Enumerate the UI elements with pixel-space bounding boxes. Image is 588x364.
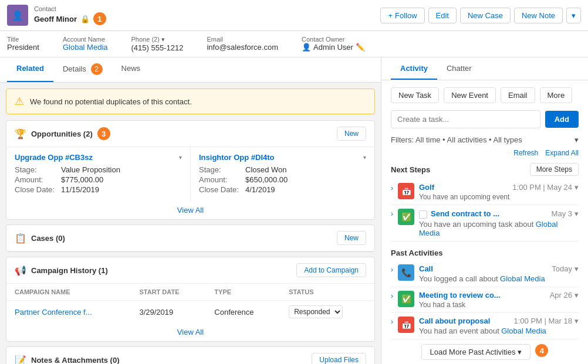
follow-button[interactable]: + Follow [380,8,424,23]
new-note-button[interactable]: New Note [514,8,563,23]
plus-icon: + [388,11,393,20]
email-button[interactable]: Email [501,87,535,103]
call-date: Today ▾ [552,264,579,273]
record-type: Contact [34,5,106,12]
past-activities-label: Past Activities [391,249,579,257]
tab-activity[interactable]: Activity [391,57,437,80]
expand-all-link[interactable]: Expand All [545,149,579,157]
new-task-button[interactable]: New Task [391,87,439,103]
add-to-campaign-button[interactable]: Add to Campaign [296,263,366,277]
contract-sub: You have an upcoming task about Global M… [419,220,579,237]
user-icon: 👤 [302,43,311,52]
campaign-table: CAMPAIGN NAME START DATE TYPE STATUS Par… [6,284,374,323]
duplicate-warning: ⚠ We found no potential duplicates of th… [6,89,375,114]
campaign-history-header: 📢 Campaign History (1) Add to Campaign [6,257,374,284]
contact-name: Geoff Minor 🔒 1 [34,12,106,25]
contract-chevron[interactable]: ▾ [575,209,579,218]
filter-chevron[interactable]: ▾ [575,135,579,144]
expand-golf[interactable]: › [391,183,393,192]
proposal-sub-link[interactable]: Global Media [501,326,546,335]
step3-badge: 3 [97,127,110,140]
opportunities-section: 🏆 Opportunities (2) 3 New Upgrade Opp #C… [6,120,375,220]
load-more-button[interactable]: Load More Past Activities ▾ [421,344,531,360]
account-field: Account Name Global Media [63,36,108,52]
load-more-row: Load More Past Activities ▾ 4 [391,339,579,364]
email-field: Email info@salesforce.com [207,36,278,52]
campaign-history-section: 📢 Campaign History (1) Add to Campaign C… [6,257,375,342]
lock-icon: 🔒 [80,15,90,23]
add-task-button[interactable]: Add [545,111,579,128]
col-campaign-name: CAMPAIGN NAME [6,284,131,301]
opp1-link[interactable]: Upgrade Opp #CB3sz [15,153,93,162]
campaign-view-all-link[interactable]: View All [177,328,204,336]
new-event-button[interactable]: New Event [444,87,496,103]
expand-call[interactable]: › [391,264,393,274]
expand-meeting[interactable]: › [391,291,393,300]
opp-view-all-link[interactable]: View All [177,206,204,215]
filters-row: Filters: All time • All activities • All… [391,135,579,144]
contact-avatar: 👤 [7,5,28,26]
proposal-chevron[interactable]: ▾ [575,317,579,325]
contract-date: May 3 ▾ [552,209,579,218]
opp1-chevron[interactable]: ▾ [179,154,182,161]
warning-icon: ⚠ [15,95,24,108]
opportunity-item: Upgrade Opp #CB3sz ▾ Stage: Value Propos… [6,147,191,201]
cases-icon: 📋 [15,233,26,244]
campaign-start-date: 3/29/2019 [131,301,206,324]
proposal-title[interactable]: Call about proposal [419,317,490,325]
step4-badge: 4 [535,344,548,357]
create-task-input[interactable] [391,110,540,128]
campaign-name-link[interactable]: Partner Conference f... [15,308,92,317]
refresh-link[interactable]: Refresh [513,149,538,157]
new-case-button[interactable]: New Case [460,8,511,23]
account-link[interactable]: Global Media [63,43,108,52]
tab-details[interactable]: Details 2 [53,57,112,82]
opportunities-grid: Upgrade Opp #CB3sz ▾ Stage: Value Propos… [6,147,374,201]
golf-date: 1:00 PM | May 24 ▾ [512,183,579,192]
more-steps-button[interactable]: More Steps [530,163,579,176]
notes-header: 📝 Notes & Attachments (0) Upload Files [6,347,374,364]
golf-chevron[interactable]: ▾ [575,183,579,192]
activity-item-meeting: › ✅ Meeting to review co... Apr 26 ▾ You… [391,287,579,313]
event-icon-golf: 📅 [398,183,414,199]
campaign-status-select[interactable]: Responded Sent Aborted [289,305,343,318]
proposal-icon: 📅 [398,317,414,333]
golf-title[interactable]: Golf [419,183,434,192]
header-title-block: Contact Geoff Minor 🔒 1 [34,5,106,25]
call-chevron[interactable]: ▾ [575,264,579,273]
golf-sub: You have an upcoming event [419,193,579,201]
tab-details-badge: 2 [91,63,103,75]
new-opportunity-button[interactable]: New [337,127,366,141]
tab-chatter[interactable]: Chatter [437,57,481,80]
tab-related[interactable]: Related [7,57,53,82]
page-header: 👤 Contact Geoff Minor 🔒 1 + Follow Edit … [0,0,588,31]
meeting-chevron[interactable]: ▾ [575,291,579,300]
more-button[interactable]: More [540,87,573,103]
opp2-chevron[interactable]: ▾ [363,154,366,161]
meeting-date: Apr 26 ▾ [550,291,579,300]
proposal-date: 1:00 PM | Mar 18 ▾ [514,317,579,325]
call-sub-link[interactable]: Global Media [500,274,545,283]
meeting-title[interactable]: Meeting to review co... [419,291,501,300]
opportunity-item: Insightor Opp #DI4to ▾ Stage: Closed Won… [191,147,374,201]
new-case-section-button[interactable]: New [337,231,366,245]
notes-icon: 📝 [15,355,26,365]
tab-news[interactable]: News [112,57,150,82]
cases-header: 📋 Cases (0) New [6,225,374,251]
owner-field: Contact Owner 👤 Admin User ✏️ [302,36,365,52]
expand-proposal[interactable]: › [391,317,393,326]
opp2-link[interactable]: Insightor Opp #DI4to [199,153,275,162]
call-icon: 📞 [398,264,414,281]
contract-title[interactable]: Send contract to ... [431,209,499,218]
activity-item-proposal: › 📅 Call about proposal 1:00 PM | Mar 18… [391,313,579,339]
call-title[interactable]: Call [419,264,433,273]
activity-item-contract: › ✅ Send contract to ... May 3 ▾ [391,205,579,241]
main-layout: Related Details 2 News ⚠ We found no pot… [0,57,588,364]
expand-contract[interactable]: › [391,209,393,218]
upload-files-header-button[interactable]: Upload Files [312,353,366,364]
edit-button[interactable]: Edit [428,8,457,23]
more-actions-button[interactable]: ▾ [566,8,581,23]
left-tabs: Related Details 2 News [0,57,381,83]
activity-body: New Task New Event Email More Add Filter… [381,80,588,364]
contract-checkbox[interactable] [419,210,427,219]
